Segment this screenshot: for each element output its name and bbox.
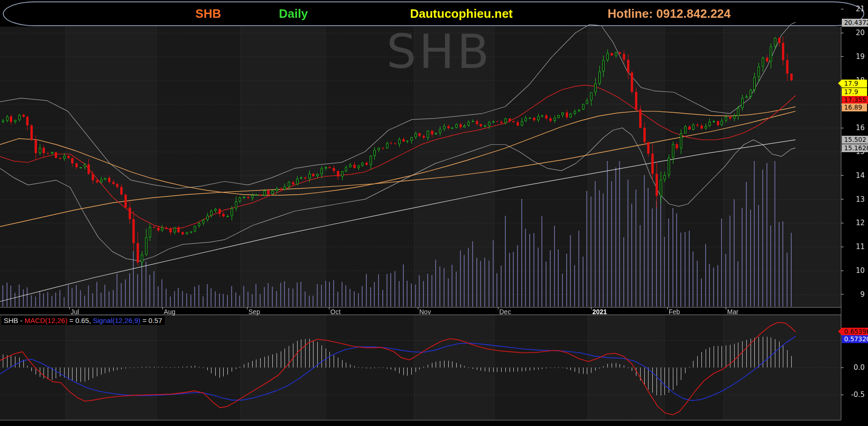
- price-axis-tick: [841, 247, 844, 247]
- price-axis-tick: [841, 294, 844, 294]
- price-axis-tick: [841, 33, 844, 33]
- price-axis-tick: [841, 175, 844, 176]
- macd-axis-label: -0.5: [843, 390, 865, 399]
- macd-label-name: MACD(12,26): [24, 316, 67, 324]
- symbol-label: SHB: [196, 7, 221, 21]
- signal-label-name: Signal(12,26,9): [93, 316, 141, 324]
- date-label: Mar: [727, 308, 738, 316]
- date-axis-tick: [667, 307, 668, 309]
- date-label: Aug: [164, 308, 175, 316]
- date-label: Feb: [669, 308, 680, 316]
- hotline-label: Hotline: 0912.842.224: [607, 7, 730, 21]
- price-tag: 17.9: [842, 88, 867, 96]
- date-axis-tick: [726, 307, 726, 309]
- macd-label-value: = 0.65,: [67, 316, 93, 324]
- price-axis-label: 12: [843, 219, 865, 227]
- macd-tag: 0.653964: [842, 328, 868, 336]
- macd-axis-tick: [841, 367, 844, 368]
- price-tag: 15.1628: [842, 144, 868, 152]
- price-axis-label: 13: [843, 195, 865, 204]
- date-axis-tick: [69, 307, 70, 309]
- signal-label-value: = 0.57: [140, 316, 162, 324]
- price-tag: 17.355: [842, 96, 868, 104]
- price-axis-label: 19: [843, 52, 865, 61]
- date-axis-tick: [498, 307, 498, 309]
- macd-axis-label: 0.0: [843, 363, 865, 372]
- date-axis-tick: [591, 307, 591, 309]
- macd-indicator-label: SHB - MACD(12,26) = 0.65, Signal(12,26,9…: [1, 316, 165, 325]
- date-label: 2021: [592, 308, 607, 316]
- price-axis-label: 16: [843, 124, 865, 132]
- price-axis-tick: [841, 128, 844, 128]
- timeframe-label: Daily: [279, 7, 308, 21]
- price-axis-tick: [841, 9, 844, 9]
- macd-label-symbol: SHB -: [4, 316, 24, 324]
- price-axis-tick: [841, 56, 844, 57]
- price-axis-tick: [841, 199, 844, 199]
- price-tag: 20.4372: [842, 19, 868, 27]
- watermark-text: SHB: [387, 24, 492, 79]
- macd-tag: 0.573207: [842, 335, 868, 343]
- date-label: Sep: [248, 308, 260, 316]
- date-axis-tick: [329, 307, 329, 309]
- price-tag: 16.89: [842, 103, 867, 111]
- price-tag: 15.502: [842, 136, 868, 144]
- price-axis-tick: [841, 223, 844, 223]
- price-axis-label: 10: [843, 266, 865, 275]
- price-axis-label: 11: [843, 242, 865, 251]
- price-axis-label: 9: [843, 290, 865, 299]
- price-axis-label: 14: [843, 171, 865, 180]
- date-label: Oct: [330, 308, 341, 316]
- date-label: Nov: [419, 308, 431, 316]
- price-axis-label: 20: [843, 29, 865, 37]
- site-label: Dautucophieu.net: [410, 7, 513, 21]
- date-axis-tick: [418, 307, 418, 309]
- date-label: Dec: [499, 308, 511, 316]
- price-axis-label: 21: [843, 5, 865, 13]
- chart-root: SHB Daily Dautucophieu.net Hotline: 0912…: [0, 0, 868, 426]
- date-label: Jul: [71, 308, 79, 316]
- date-axis-tick: [247, 307, 248, 309]
- macd-axis-tick: [841, 395, 844, 395]
- price-axis-tick: [841, 271, 844, 271]
- date-axis-tick: [162, 307, 163, 309]
- price-tag: 17.9: [842, 80, 867, 88]
